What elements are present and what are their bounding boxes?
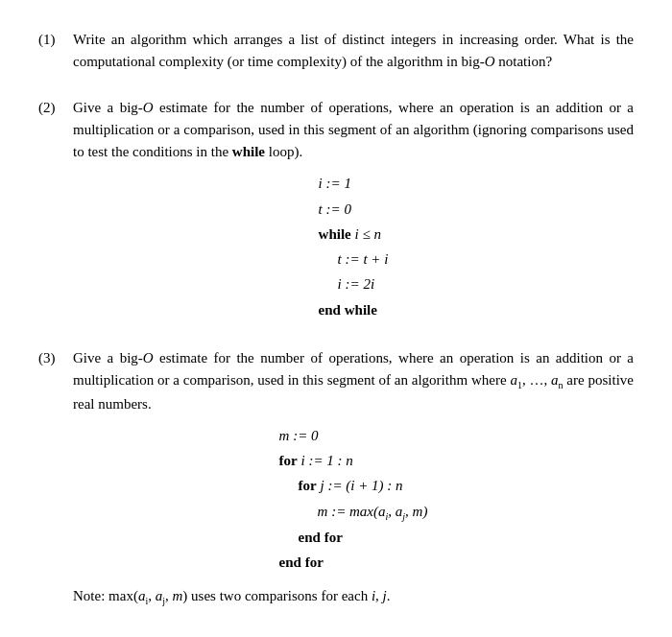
subscript-1: 1 — [517, 380, 522, 390]
code-line-3-2: for i := 1 : n — [279, 448, 428, 473]
sequence-vars-n: a — [551, 372, 559, 388]
code-line-3-5: end for — [279, 525, 428, 550]
code-inner-3: m := 0 for i := 1 : n for j := (i + 1) :… — [279, 423, 428, 576]
code-line-2-4: t := t + i — [319, 247, 389, 271]
code-inner-2: i := 1 t := 0 while i ≤ n t := t + i i :… — [319, 171, 389, 322]
problem-content-3: Give a big-O estimate for the number of … — [73, 347, 634, 614]
problem-content-1: Write an algorithm which arranges a list… — [73, 29, 634, 80]
code-line-2-5: i := 2i — [319, 271, 389, 296]
problem-number-1: (1) — [38, 29, 73, 80]
problem-number-3: (3) — [38, 347, 73, 614]
code-line-3-3: for j := (i + 1) : n — [279, 473, 428, 498]
problem-1-text: Write an algorithm which arranges a list… — [73, 29, 634, 74]
code-line-3-4: m := max(ai, aj, m) — [279, 499, 428, 526]
big-o-3: O — [143, 350, 154, 366]
problem-item-3: (3) Give a big-O estimate for the number… — [38, 347, 634, 614]
problem-list: (1) Write an algorithm which arranges a … — [38, 29, 634, 614]
code-line-3-1: m := 0 — [279, 423, 428, 448]
code-block-3: m := 0 for i := 1 : n for j := (i + 1) :… — [73, 423, 634, 576]
big-o-1: O — [485, 54, 495, 69]
problem-3-text: Give a big-O estimate for the number of … — [73, 347, 634, 415]
problem-content-2: Give a big-O estimate for the number of … — [73, 97, 634, 330]
subscript-n: n — [559, 380, 564, 390]
big-o-2: O — [143, 100, 154, 115]
code-line-2-3: while i ≤ n — [319, 222, 389, 247]
code-line-2-1: i := 1 — [319, 171, 389, 196]
problem-3-note: Note: max(ai, aj, m) uses two comparison… — [73, 585, 634, 608]
sequence-vars: a — [510, 372, 517, 388]
while-keyword: while — [232, 144, 265, 159]
code-block-2: i := 1 t := 0 while i ≤ n t := t + i i :… — [73, 171, 634, 322]
problem-2-text: Give a big-O estimate for the number of … — [73, 97, 634, 164]
problem-item-1: (1) Write an algorithm which arranges a … — [38, 29, 634, 80]
code-line-2-2: t := 0 — [319, 197, 389, 222]
problem-item-2: (2) Give a big-O estimate for the number… — [38, 97, 634, 330]
problem-number-2: (2) — [38, 97, 73, 330]
code-line-2-6: end while — [319, 297, 389, 322]
code-line-3-6: end for — [279, 550, 428, 575]
